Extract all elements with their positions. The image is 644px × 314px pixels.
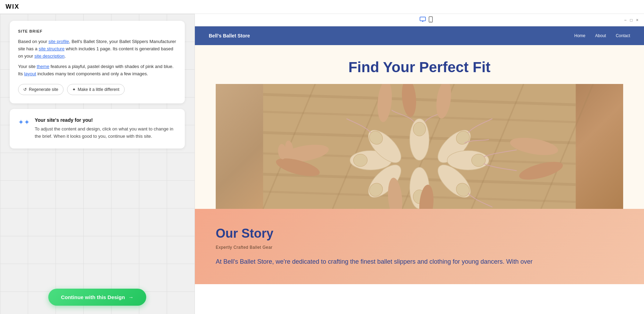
site-structure-link[interactable]: site structure [39, 46, 64, 51]
nav-link-about[interactable]: About [595, 33, 606, 38]
nav-link-home[interactable]: Home [574, 33, 585, 38]
site-profile-link[interactable]: site profile [48, 39, 69, 44]
nav-links: Home About Contact [574, 33, 630, 38]
ready-card: ✦ Your site's ready for you! To adjust t… [10, 109, 185, 148]
preview-toolbar: − □ × [195, 14, 644, 26]
regenerate-label: Regenerate site [29, 87, 58, 92]
svg-point-22 [472, 154, 486, 167]
window-controls: − □ × [624, 18, 638, 23]
svg-point-4 [430, 21, 431, 22]
left-panel-inner: SITE BRIEF Based on your site profile, B… [0, 14, 195, 314]
window-maximize[interactable]: □ [630, 18, 633, 23]
regenerate-icon [23, 87, 27, 92]
magic-icon [72, 87, 76, 92]
site-brief-title: SITE BRIEF [18, 29, 176, 33]
theme-link[interactable]: theme [37, 64, 49, 69]
hero-image-svg [216, 84, 623, 209]
preview-content: Bell's Ballet Store Home About Contact F… [195, 26, 644, 314]
continue-button[interactable]: Continue with this Design [48, 289, 146, 306]
continue-label: Continue with this Design [61, 294, 125, 300]
bottom-cta-area: Continue with this Design [0, 289, 195, 306]
window-close[interactable]: × [636, 18, 638, 23]
left-panel: SITE BRIEF Based on your site profile, B… [0, 14, 195, 314]
layout-link[interactable]: layout [24, 71, 36, 76]
site-description-link[interactable]: site description [34, 53, 65, 59]
different-label: Make it a little different [78, 87, 119, 92]
para2-text-end: includes many text components and only a… [36, 71, 148, 76]
device-icons [420, 16, 433, 24]
story-subtitle: Expertly Crafted Ballet Gear [216, 245, 623, 250]
window-minimize[interactable]: − [624, 18, 627, 23]
sparkle-icon: ✦ [18, 118, 30, 126]
hero-section: Find Your Perfect Fit [195, 45, 644, 209]
svg-point-18 [413, 122, 426, 136]
ready-body: To adjust the content and design, click … [35, 126, 176, 140]
hero-image [216, 84, 623, 209]
brief-actions: Regenerate site Make it a little differe… [18, 84, 176, 95]
site-nav: Bell's Ballet Store Home About Contact [195, 26, 644, 45]
nav-link-contact[interactable]: Contact [616, 33, 630, 38]
site-brief-paragraph-2: Your site theme features a playful, past… [18, 63, 176, 78]
svg-point-30 [354, 154, 368, 167]
make-different-button[interactable]: Make it a little different [67, 84, 125, 95]
ready-content: Your site's ready for you! To adjust the… [35, 117, 176, 140]
ready-title: Your site's ready for you! [35, 117, 176, 123]
hero-title: Find Your Perfect Fit [216, 59, 623, 76]
story-title: Our Story [216, 226, 623, 241]
para1-text-before: Based on your [18, 39, 48, 44]
site-brief-paragraph-1: Based on your site profile, Bell's Balle… [18, 38, 176, 60]
svg-rect-0 [420, 17, 426, 21]
main-layout: SITE BRIEF Based on your site profile, B… [0, 14, 644, 314]
site-brief-card: SITE BRIEF Based on your site profile, B… [10, 21, 185, 103]
nav-brand: Bell's Ballet Store [209, 33, 250, 39]
right-panel: − □ × Bell's Ballet Store Home About Con… [195, 14, 644, 314]
top-bar: WIX [0, 0, 644, 14]
story-body: At Bell's Ballet Store, we're dedicated … [216, 257, 623, 267]
para1-text-final: . [65, 53, 66, 59]
story-section: Our Story Expertly Crafted Ballet Gear A… [195, 209, 644, 284]
mobile-icon[interactable] [429, 16, 433, 24]
desktop-icon[interactable] [420, 17, 426, 24]
para2-text-before: Your site [18, 64, 37, 69]
regenerate-button[interactable]: Regenerate site [18, 84, 64, 95]
wix-logo: WIX [6, 3, 19, 10]
arrow-right-icon [129, 294, 134, 300]
